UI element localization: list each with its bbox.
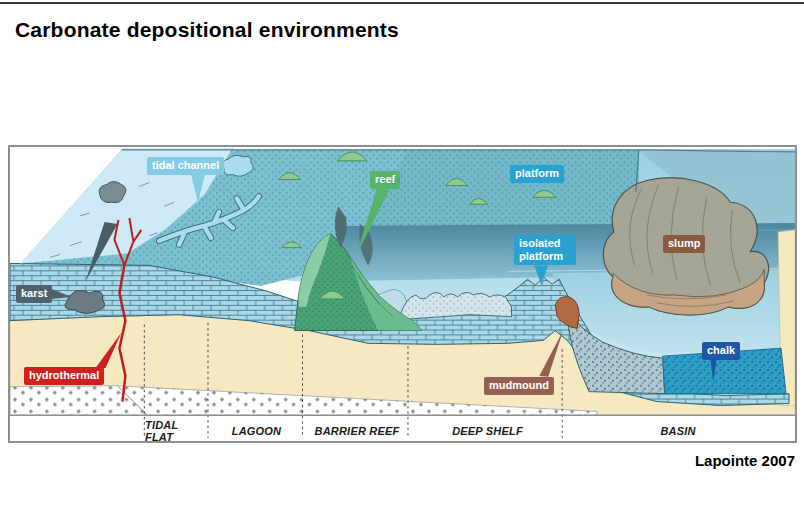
isolated-platform-label: isolated platform [514,235,576,265]
zone-label-barrier-reef: BARRIER REEF [304,419,410,443]
platform-label: platform [510,165,564,183]
zone-label-deep-shelf: DEEP SHELF [410,419,565,443]
zone-label-lagoon: LAGOON [209,419,304,443]
reef-label: reef [370,171,400,189]
zone-label-tidal-flat: TIDAL FLAT [145,419,209,443]
karst-label: karst [16,285,52,303]
top-rule [0,2,804,4]
attribution: Lapointe 2007 [695,452,795,469]
depositional-environments-figure: tidal channel reef platform isolated pla… [8,145,797,443]
mudmound-label: mudmound [484,377,554,395]
tidal-channel-label: tidal channel [147,157,224,175]
zone-label-basin: BASIN [565,419,791,443]
slump-label: slump [663,235,705,253]
page: { "page": { "title": "Carbonate depositi… [0,0,804,531]
hydrothermal-label: hydrothermal [24,367,104,385]
cross-section-illustration [10,147,795,441]
page-title: Carbonate depositional environments [15,18,399,42]
chalk-label: chalk [702,342,740,360]
